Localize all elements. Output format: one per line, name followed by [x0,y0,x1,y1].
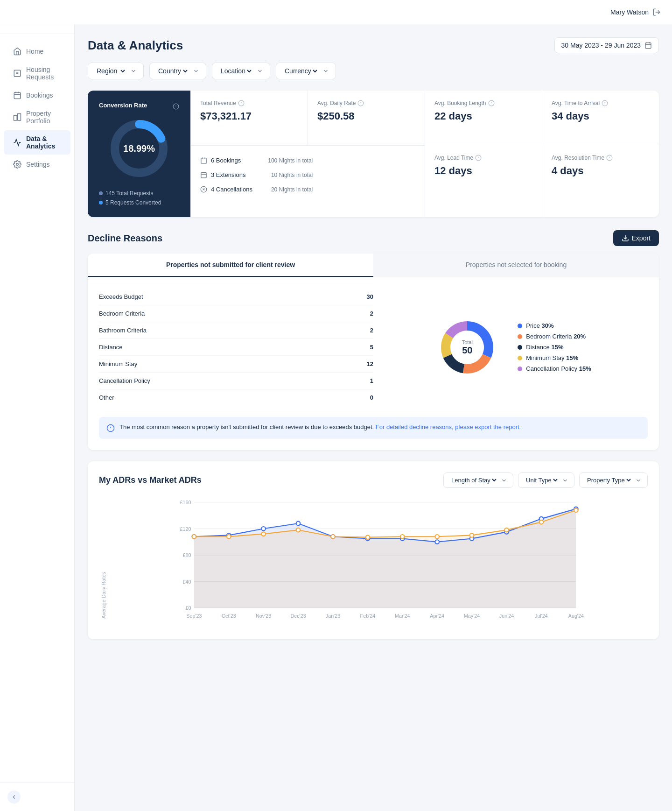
currency-select[interactable]: Currency [283,67,319,75]
property-type-select[interactable]: Property Type [585,476,632,484]
region-filter[interactable]: Region [88,63,144,79]
svg-marker-75 [194,510,576,608]
sidebar-item-bookings-label: Bookings [26,92,53,99]
export-button[interactable]: Export [613,230,659,246]
cancellations-nights: 20 Nights in total [271,186,313,193]
chevron-down-icon [130,68,137,74]
decline-row: Distance5 [99,339,373,356]
location-filter[interactable]: Location [212,63,270,79]
adr-filters: Length of Stay Unit Type Property Type [443,472,648,488]
svg-point-11 [16,163,19,166]
sidebar-item-property-portfolio-label: Property Portfolio [26,110,61,125]
sidebar-item-housing-requests[interactable]: Housing Requests [4,61,70,85]
svg-point-90 [261,532,266,536]
sidebar-item-home[interactable]: Home [4,42,70,60]
date-range-picker[interactable]: 30 May 2023 - 29 Jun 2023 [554,37,659,53]
analytics-icon [13,138,21,147]
sidebar-item-settings[interactable]: Settings [4,155,70,173]
svg-point-88 [192,535,196,539]
property-type-filter[interactable]: Property Type [579,472,648,488]
decline-row-label: Bedroom Criteria [99,310,145,317]
settings-icon [13,160,21,169]
info-icon[interactable] [488,100,495,106]
cancel-icon [200,186,207,193]
avg-time-to-arrival-card: Avg. Time to Arrival 34 days [542,91,659,145]
info-icon[interactable] [238,100,245,106]
info-icon[interactable] [602,100,608,106]
legend-dot-light [99,191,103,195]
info-link[interactable]: For detailed decline reasons, please exp… [376,423,521,430]
info-banner-text: The most common reason a property isn't … [119,423,521,432]
legend-label: Distance 15% [526,344,563,351]
svg-rect-13 [645,43,651,49]
decline-donut: Total 50 [430,310,504,385]
info-icon[interactable] [173,103,179,110]
home-icon [13,47,21,56]
page-title: Data & Analytics [88,38,183,53]
region-select[interactable]: Region [95,67,126,75]
collapse-icon [11,794,17,800]
decline-tabs: Properties not submitted for client revi… [88,254,659,277]
total-revenue-value: $73,321.17 [200,110,298,122]
svg-point-92 [331,535,335,539]
avg-time-to-arrival-label: Avg. Time to Arrival [552,100,650,106]
legend-label: Minimum Stay 15% [526,354,578,361]
sidebar-item-property-portfolio[interactable]: Property Portfolio [4,105,70,129]
country-select[interactable]: Country [156,67,189,75]
decline-row-count: 2 [370,327,373,334]
svg-point-94 [400,535,405,539]
length-of-stay-select[interactable]: Length of Stay [449,476,498,484]
main-content: Data & Analytics 30 May 2023 - 29 Jun 20… [75,24,672,811]
decline-card: Properties not submitted for client revi… [88,254,659,450]
avg-booking-length-label: Avg. Booking Length [434,100,532,106]
sidebar-nav: Home Housing Requests Bookings Property … [0,34,74,783]
decline-row-label: Distance [99,344,123,351]
sidebar-item-housing-requests-label: Housing Requests [26,66,61,81]
info-icon[interactable] [357,100,364,106]
svg-text:Jul'24: Jul'24 [535,613,548,619]
legend-label: Bedroom Criteria 20% [526,333,586,340]
calendar-icon [644,42,652,49]
tab-not-submitted[interactable]: Properties not submitted for client revi… [88,254,373,277]
decline-table: Exceeds Budget30Bedroom Criteria2Bathroo… [99,289,373,406]
avg-booking-length-value: 22 days [434,110,532,122]
svg-text:Jan'23: Jan'23 [326,613,340,619]
svg-text:Nov'23: Nov'23 [256,613,271,619]
info-icon[interactable] [606,155,613,161]
avg-lead-time-value: 12 days [434,165,532,177]
unit-type-select[interactable]: Unit Type [524,476,559,484]
info-icon[interactable] [475,155,482,161]
country-filter[interactable]: Country [149,63,206,79]
user-menu[interactable]: Mary Watson [610,8,661,16]
decline-row-count: 2 [370,310,373,317]
svg-point-99 [574,508,578,512]
sidebar-item-bookings[interactable]: Bookings [4,86,70,104]
svg-text:Sep'23: Sep'23 [186,613,202,619]
unit-type-filter[interactable]: Unit Type [518,472,574,488]
svg-point-93 [366,535,370,539]
decline-content: Exceeds Budget30Bedroom Criteria2Bathroo… [88,277,659,417]
location-select[interactable]: Location [219,67,253,75]
sidebar-item-data-analytics-label: Data & Analytics [26,135,61,150]
currency-filter[interactable]: Currency [276,63,336,79]
chevron-down-icon [193,68,199,74]
sidebar: ALTO Home Housing Requests Bookings Prop… [0,0,75,811]
bookings-row: 6 Bookings 100 Nights in total [200,155,313,166]
sidebar-item-settings-label: Settings [26,161,50,168]
topbar: Mary Watson [0,0,672,24]
svg-text:£40: £40 [182,579,191,585]
tab-not-selected[interactable]: Properties not selected for booking [373,254,659,277]
chevron-down-icon [635,477,642,484]
sidebar-item-data-analytics[interactable]: Data & Analytics [4,130,70,155]
legend-total-requests: 145 Total Requests [99,190,179,197]
chevron-down-icon [501,477,507,484]
length-of-stay-filter[interactable]: Length of Stay [443,472,513,488]
adr-card: My ADRs vs Market ADRs Length of Stay Un… [88,461,659,639]
legend-label: Cancellation Policy 15% [526,365,591,372]
stats-right: Total Revenue $73,321.17 Avg. Daily Rate… [190,91,659,217]
conversion-percent: 18.99% [123,143,155,154]
decline-row-count: 1 [370,377,373,384]
donut-total-text: Total [462,339,473,345]
svg-text:Aug'24: Aug'24 [568,613,584,619]
collapse-button[interactable] [7,790,21,804]
